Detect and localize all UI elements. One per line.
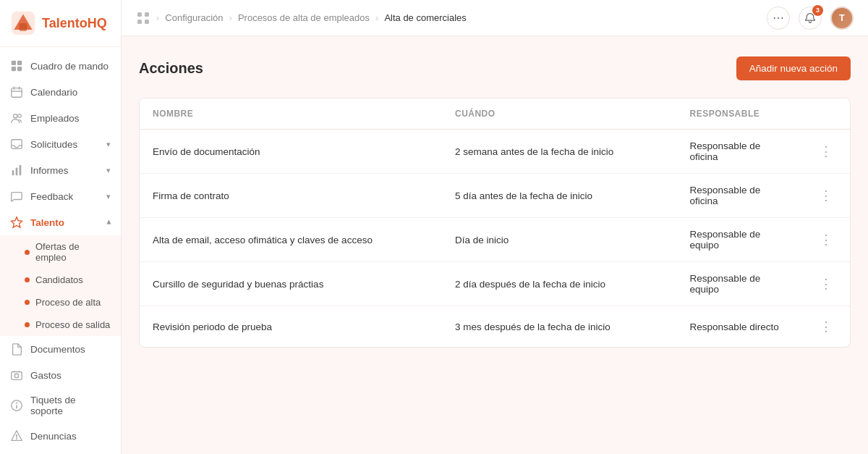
table-row: Alta de email, acceso ofimática y claves… xyxy=(140,218,850,262)
chevron-solicitudes: ▾ xyxy=(106,140,111,149)
chart-icon xyxy=(10,164,23,177)
breadcrumb-configuracion[interactable]: Configuración xyxy=(165,12,223,23)
talento-subitems: Ofertas de empleo Candidatos Proceso de … xyxy=(0,235,121,336)
svg-rect-3 xyxy=(12,61,16,65)
sidebar-item-talento[interactable]: Talento ▾ xyxy=(0,209,121,235)
sidebar-item-denuncias[interactable]: Denuncias xyxy=(0,423,121,449)
svg-rect-15 xyxy=(12,372,22,380)
sidebar-item-dashboard[interactable]: Cuadro de mando xyxy=(0,53,121,79)
sidebar-nav: Cuadro de mando Calendario Empleados Sol… xyxy=(0,47,121,454)
cell-cuando: 3 mes después de la fecha de inicio xyxy=(442,306,677,348)
table-header-row: NOMBRE CUÁNDO RESPONSABLE xyxy=(140,98,850,130)
cell-cuando: Día de inicio xyxy=(442,218,677,262)
content-area: Acciones Añadir nueva acción NOMBRE CUÁN… xyxy=(122,36,868,454)
svg-rect-6 xyxy=(17,67,22,71)
row-actions-cell: ⋮ xyxy=(802,306,850,348)
sidebar-subitem-proceso-alta[interactable]: Proceso de alta xyxy=(0,291,121,314)
table-row: Revisión periodo de prueba 3 mes después… xyxy=(140,306,850,348)
topbar: › Configuración › Procesos de alta de em… xyxy=(122,0,868,36)
actions-table-container: NOMBRE CUÁNDO RESPONSABLE Envío de docum… xyxy=(139,98,851,348)
page-title: Acciones xyxy=(139,60,203,77)
sidebar-item-gastos[interactable]: Gastos xyxy=(0,362,121,388)
svg-rect-2 xyxy=(20,23,27,31)
chevron-talento: ▾ xyxy=(106,218,111,227)
svg-rect-7 xyxy=(12,88,22,98)
col-cuando: CUÁNDO xyxy=(442,98,677,130)
svg-rect-13 xyxy=(20,165,22,175)
dot-icon xyxy=(25,300,30,305)
sidebar-item-feedback[interactable]: Feedback ▾ xyxy=(0,183,121,209)
cell-responsable: Responsable de equipo xyxy=(677,262,802,306)
cell-nombre: Firma de contrato xyxy=(140,174,442,218)
col-responsable: RESPONSABLE xyxy=(677,98,802,130)
content-header: Acciones Añadir nueva acción xyxy=(139,56,851,80)
topbar-actions: ⋯ 3 T xyxy=(767,7,854,30)
sidebar-subitem-ofertas[interactable]: Ofertas de empleo xyxy=(0,235,121,269)
actions-table: NOMBRE CUÁNDO RESPONSABLE Envío de docum… xyxy=(140,98,850,347)
cell-cuando: 5 día antes de la fecha de inicio xyxy=(442,174,677,218)
user-avatar[interactable]: T xyxy=(830,7,854,30)
svg-rect-5 xyxy=(12,67,16,71)
cell-responsable: Responsable de oficina xyxy=(677,174,802,218)
svg-rect-21 xyxy=(145,12,149,17)
add-action-button[interactable]: Añadir nueva acción xyxy=(736,56,851,80)
svg-rect-20 xyxy=(137,12,142,17)
table-row: Cursillo de seguridad y buenas práctias … xyxy=(140,262,850,306)
row-menu-button[interactable]: ⋮ xyxy=(815,274,837,293)
svg-point-9 xyxy=(18,114,22,118)
cell-cuando: 2 día después de la fecha de inicio xyxy=(442,262,677,306)
money-icon xyxy=(10,369,23,382)
row-actions-cell: ⋮ xyxy=(802,218,850,262)
dot-icon xyxy=(25,322,30,327)
cell-nombre: Alta de email, acceso ofimática y claves… xyxy=(140,218,442,262)
sidebar-subitem-candidatos[interactable]: Candidatos xyxy=(0,269,121,291)
col-actions xyxy=(802,98,850,130)
notification-badge: 3 xyxy=(812,5,823,16)
cell-responsable: Responsable de equipo xyxy=(677,218,802,262)
sidebar-item-configuracion[interactable]: Configuración xyxy=(0,449,121,454)
svg-marker-14 xyxy=(11,217,22,227)
sidebar-item-informes[interactable]: Informes ▾ xyxy=(0,157,121,183)
svg-rect-22 xyxy=(137,20,142,24)
star-icon xyxy=(10,216,23,229)
table-row: Firma de contrato 5 día antes de la fech… xyxy=(140,174,850,218)
row-menu-button[interactable]: ⋮ xyxy=(815,142,837,161)
sidebar-item-documentos[interactable]: Documentos xyxy=(0,336,121,362)
logo-text: TalentoHQ xyxy=(42,16,107,31)
grid-icon xyxy=(10,59,23,72)
svg-rect-11 xyxy=(12,170,14,175)
chevron-feedback: ▾ xyxy=(106,192,111,201)
row-actions-cell: ⋮ xyxy=(802,174,850,218)
users-icon xyxy=(10,112,23,125)
col-nombre: NOMBRE xyxy=(140,98,442,130)
sidebar-item-employees[interactable]: Empleados xyxy=(0,105,121,131)
more-options-button[interactable]: ⋯ xyxy=(767,7,790,30)
row-menu-button[interactable]: ⋮ xyxy=(815,317,837,336)
cell-responsable: Responsable de oficina xyxy=(677,130,802,174)
inbox-icon xyxy=(10,138,23,151)
cell-responsable: Responsable directo xyxy=(677,306,802,348)
cell-cuando: 2 semana antes de la fecha de inicio xyxy=(442,130,677,174)
calendar-icon xyxy=(10,85,23,98)
sidebar-subitem-proceso-salida[interactable]: Proceso de salida xyxy=(0,314,121,336)
notifications-button[interactable]: 3 xyxy=(799,7,822,30)
main-area: › Configuración › Procesos de alta de em… xyxy=(122,0,868,454)
sidebar-item-calendar[interactable]: Calendario xyxy=(0,79,121,105)
svg-point-8 xyxy=(14,114,17,118)
cell-nombre: Cursillo de seguridad y buenas práctias xyxy=(140,262,442,306)
sidebar-item-solicitudes[interactable]: Solicitudes ▾ xyxy=(0,131,121,157)
logo-icon xyxy=(10,10,36,36)
cell-nombre: Revisión periodo de prueba xyxy=(140,306,442,348)
row-menu-button[interactable]: ⋮ xyxy=(815,230,837,249)
row-menu-button[interactable]: ⋮ xyxy=(815,186,837,205)
svg-point-16 xyxy=(14,374,18,377)
table-body: Envío de documentación 2 semana antes de… xyxy=(140,130,850,348)
support-icon xyxy=(10,399,23,412)
apps-icon xyxy=(136,11,150,25)
breadcrumb-procesos[interactable]: Procesos de alta de empleados xyxy=(238,12,370,23)
alert-icon xyxy=(10,429,23,442)
svg-rect-23 xyxy=(145,20,149,24)
sidebar-item-tiquets[interactable]: Tiquets de soporte xyxy=(0,388,121,423)
doc-icon xyxy=(10,342,23,356)
logo-container: TalentoHQ xyxy=(0,0,121,47)
